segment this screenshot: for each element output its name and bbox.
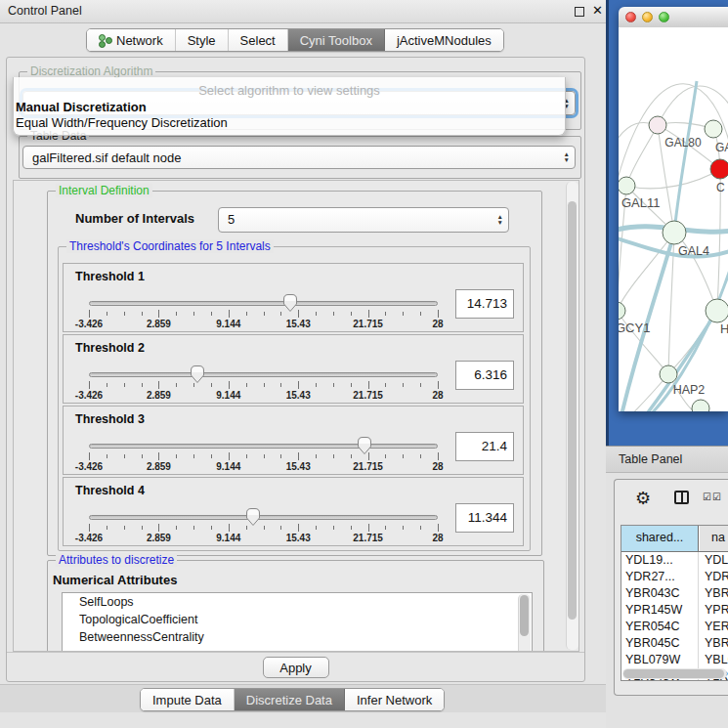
tick-label: 9.144 (216, 533, 240, 543)
network-node[interactable] (692, 400, 709, 411)
tick-mark (403, 454, 404, 458)
threshold-value-field[interactable]: 11.344 (455, 503, 514, 533)
table-row[interactable]: YDR27...YDR2 (621, 569, 728, 585)
tab-infer-network[interactable]: Infer Network (345, 689, 444, 710)
attribute-item-betweennesscentrality[interactable]: BetweennessCentrality (63, 628, 532, 646)
tick-mark (385, 312, 386, 316)
tick-mark (298, 310, 299, 318)
network-window-titlebar[interactable] (619, 7, 728, 28)
table-data-combobox[interactable]: galFiltered.sif default node ▲▼ (22, 146, 576, 169)
table-panel-title: Table Panel (619, 452, 682, 466)
table-row[interactable]: YPR145WYPR1 (621, 602, 728, 619)
slider-thumb[interactable] (245, 507, 261, 527)
column-header-shared[interactable]: shared... (621, 526, 699, 551)
network-edge[interactable] (619, 233, 674, 311)
network-edge[interactable] (626, 125, 658, 186)
tick-label: 15.43 (286, 461, 311, 472)
slider-ticks (89, 310, 438, 319)
network-canvas[interactable]: GAL80GACGAL11GAL4GCY1HHAP2 (619, 27, 728, 411)
network-window: GAL80GACGAL11GAL4GCY1HHAP2 (619, 7, 728, 411)
network-node[interactable] (619, 177, 635, 194)
threshold-value-field[interactable]: 14.713 (455, 289, 514, 319)
slider-thumb[interactable] (282, 293, 298, 313)
table-row[interactable]: YBL079WYBL0 (621, 652, 728, 668)
close-traffic-light-icon[interactable] (625, 12, 636, 22)
threshold-value-field[interactable]: 6.316 (455, 361, 514, 390)
network-node[interactable] (649, 116, 666, 134)
network-node[interactable] (710, 159, 728, 179)
network-node[interactable] (705, 120, 722, 138)
attribute-item-topologicalcoefficient[interactable]: TopologicalCoefficient (63, 611, 532, 628)
tab-cyni-toolbox[interactable]: Cyni Toolbox (288, 29, 385, 51)
table-cell: YBR045C (625, 635, 699, 652)
columns-icon[interactable] (674, 491, 689, 504)
network-node[interactable] (663, 221, 686, 244)
table-header: shared...na (621, 526, 728, 552)
settings-scrollbar[interactable] (566, 182, 578, 650)
tick-mark (211, 383, 212, 387)
table-cell: YBL079W (625, 652, 699, 668)
tick-mark (89, 524, 90, 532)
tick-label: 15.43 (286, 319, 311, 329)
float-window-icon[interactable] (575, 7, 584, 17)
threshold-box-1: Threshold 1-3.4262.8599.14415.4321.71528… (63, 263, 524, 332)
column-header-na[interactable]: na (700, 526, 728, 551)
threshold-slider[interactable]: -3.4262.8599.14415.4321.71528 (89, 293, 438, 330)
close-icon[interactable]: ✕ (592, 3, 603, 18)
algorithm-option-manual-discretization[interactable]: Manual Discretization (14, 100, 565, 115)
tab-impute-data[interactable]: Impute Data (141, 689, 235, 710)
tick-mark (107, 383, 107, 387)
tick-mark (142, 383, 143, 387)
scrollbar-thumb[interactable] (568, 201, 577, 620)
tick-mark (351, 312, 352, 316)
table-row[interactable]: YBR045CYBR0 (621, 635, 728, 652)
slider-thumb[interactable] (357, 436, 372, 455)
algorithm-option-equal-width-frequency-discretization[interactable]: Equal Width/Frequency Discretization (14, 115, 565, 131)
attribute-item-selfloops[interactable]: SelfLoops (63, 593, 532, 611)
network-node[interactable] (619, 302, 625, 320)
tick-mark (333, 383, 334, 387)
tab-style[interactable]: Style (176, 29, 229, 51)
network-edge[interactable] (674, 81, 697, 233)
zoom-traffic-light-icon[interactable] (659, 12, 669, 22)
table-hscrollbar[interactable] (622, 668, 727, 679)
scrollbar-thumb[interactable] (520, 595, 529, 636)
table-row[interactable]: YBR043CYBR0 (621, 585, 728, 602)
tab-label: Infer Network (357, 693, 432, 707)
tab-jactivemnodules[interactable]: jActiveMNodules (385, 29, 503, 51)
network-view-background: GAL80GACGAL11GAL4GCY1HHAP2 (606, 0, 728, 446)
network-edge[interactable] (626, 169, 720, 189)
tick-label: 28 (432, 390, 443, 401)
network-graph: GAL80GACGAL11GAL4GCY1HHAP2 (619, 27, 728, 411)
gear-icon[interactable]: ⚙ (635, 488, 651, 509)
tab-label: Impute Data (152, 693, 222, 707)
slider-tick-labels: -3.4262.8599.14415.4321.71528 (89, 390, 438, 402)
tick-mark (124, 454, 125, 458)
tab-discretize-data[interactable]: Discretize Data (235, 689, 345, 710)
table-row[interactable]: YER054CYER0 (621, 619, 728, 635)
node-label: GAL11 (621, 195, 661, 210)
network-node[interactable] (660, 365, 677, 383)
attributes-list-scrollbar[interactable] (518, 594, 531, 652)
tab-network[interactable]: Network (87, 29, 176, 51)
minimize-traffic-light-icon[interactable] (642, 12, 653, 22)
tick-mark (176, 312, 177, 316)
slider-thumb[interactable] (190, 364, 205, 384)
tick-label: 21.715 (353, 461, 383, 472)
threshold-slider[interactable]: -3.4262.8599.14415.4321.71528 (89, 507, 438, 544)
tick-mark (316, 454, 317, 458)
network-node[interactable] (706, 299, 728, 322)
select-columns-icon[interactable]: ☑☑ (703, 492, 722, 502)
settings-scroll-area: Interval Definition Number of Intervals … (13, 180, 579, 652)
table-row[interactable]: YDL19...YDL1 (621, 552, 728, 569)
num-intervals-combobox[interactable]: 5 ▲▼ (218, 207, 509, 233)
threshold-slider[interactable]: -3.4262.8599.14415.4321.71528 (89, 364, 438, 402)
tab-select[interactable]: Select (229, 29, 288, 51)
tick-mark (385, 526, 386, 530)
table-cell: YER0 (705, 619, 728, 635)
threshold-value-field[interactable]: 21.4 (455, 432, 514, 461)
threshold-slider[interactable]: -3.4262.8599.14415.4321.71528 (89, 436, 438, 473)
scrollbar-thumb[interactable] (623, 669, 724, 678)
apply-button[interactable]: Apply (263, 657, 329, 678)
tab-label: Select (240, 33, 276, 48)
